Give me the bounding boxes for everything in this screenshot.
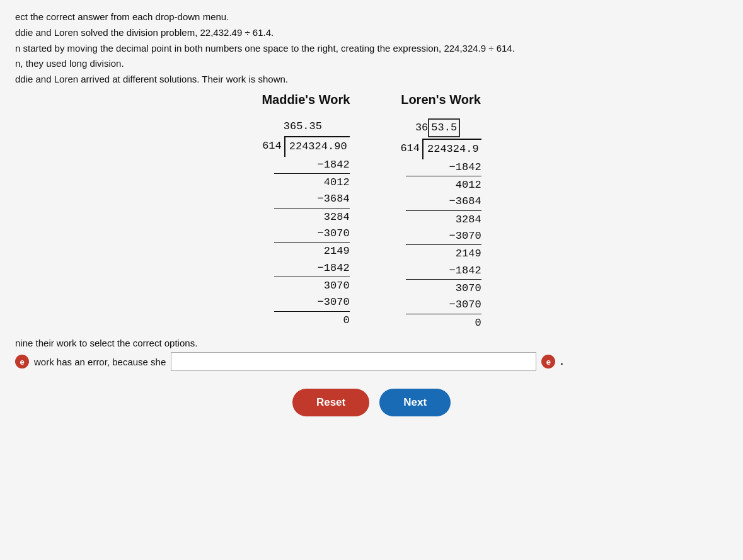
determine-text: nine their work to select the correct op… xyxy=(15,338,728,348)
maddies-work-section: Maddie's Work 365.35 614 224324.90 −1842… xyxy=(262,93,350,331)
problem-line1: ddie and Loren solved the division probl… xyxy=(15,26,728,40)
loren-step-5: 2149 xyxy=(406,246,481,262)
maddie-step-2: −3684 xyxy=(274,191,350,208)
maddies-division: 365.35 614 224324.90 −1842 4012 −3684 32… xyxy=(262,118,349,329)
maddie-step-3: 3284 xyxy=(274,209,350,226)
dropdown-badge-1[interactable]: e xyxy=(15,355,29,369)
dropdown-badge-2[interactable]: e xyxy=(541,355,555,369)
maddie-divisor-dividend: 614 224324.90 xyxy=(262,136,349,156)
maddie-divisor: 614 xyxy=(262,138,284,154)
instructions-text: ect the correct answer from each drop-do… xyxy=(15,11,728,22)
loren-step-4: −3070 xyxy=(406,228,481,245)
loren-step-0: −1842 xyxy=(406,159,481,176)
maddie-step-1: 4012 xyxy=(274,174,350,191)
answer-input[interactable] xyxy=(171,352,536,371)
lorens-division: 3653.5 614 224324.9 −1842 4012 −3684 328… xyxy=(400,118,481,331)
loren-divisor-dividend: 614 224324.9 xyxy=(400,139,481,159)
loren-quotient-start: 36 xyxy=(415,122,428,134)
problem-line3: n, they used long division. xyxy=(15,57,728,71)
loren-steps: −1842 4012 −3684 3284 −3070 2149 −1842 3… xyxy=(400,159,481,331)
loren-step-2: −3684 xyxy=(406,193,481,210)
maddie-step-0: −1842 xyxy=(274,157,350,174)
loren-step-9: 0 xyxy=(406,315,481,331)
maddie-step-7: 3070 xyxy=(274,278,350,294)
loren-dividend: 224324.9 xyxy=(422,139,481,159)
maddies-work-title: Maddie's Work xyxy=(262,93,350,107)
page: ect the correct answer from each drop-do… xyxy=(0,0,743,560)
loren-quotient-highlighted: 53.5 xyxy=(428,118,460,137)
problem-line4: ddie and Loren arrived at different solu… xyxy=(15,72,728,87)
maddie-step-6: −1842 xyxy=(274,260,350,277)
maddie-step-4: −3070 xyxy=(274,226,350,243)
loren-step-1: 4012 xyxy=(406,177,481,193)
loren-divisor: 614 xyxy=(400,140,422,157)
maddie-steps: −1842 4012 −3684 3284 −3070 2149 −1842 3… xyxy=(262,157,349,329)
maddie-step-5: 2149 xyxy=(274,243,350,260)
lorens-work-section: Loren's Work 3653.5 614 224324.9 −1842 4… xyxy=(400,93,481,331)
reset-button[interactable]: Reset xyxy=(292,389,369,416)
maddie-step-8: −3070 xyxy=(274,294,350,311)
period: . xyxy=(560,356,563,367)
loren-step-7: 3070 xyxy=(406,280,481,297)
maddie-quotient: 365.35 xyxy=(262,118,349,135)
answer-row: e work has an error, because she e . xyxy=(15,352,728,371)
loren-quotient: 3653.5 xyxy=(400,118,481,137)
bottom-section: nine their work to select the correct op… xyxy=(15,338,728,371)
maddie-step-9: 0 xyxy=(274,312,350,329)
problem-line2: n started by moving the decimal point in… xyxy=(15,42,728,56)
maddie-dividend: 224324.90 xyxy=(284,136,350,156)
sentence-start: work has an error, because she xyxy=(34,357,166,367)
works-container: Maddie's Work 365.35 614 224324.90 −1842… xyxy=(15,93,728,331)
loren-step-8: −3070 xyxy=(406,297,481,314)
buttons-row: Reset Next xyxy=(15,389,728,416)
lorens-work-title: Loren's Work xyxy=(401,93,481,107)
loren-step-3: 3284 xyxy=(406,212,481,228)
problem-text: ddie and Loren solved the division probl… xyxy=(15,26,728,86)
next-button[interactable]: Next xyxy=(379,389,451,416)
loren-step-6: −1842 xyxy=(406,263,481,280)
